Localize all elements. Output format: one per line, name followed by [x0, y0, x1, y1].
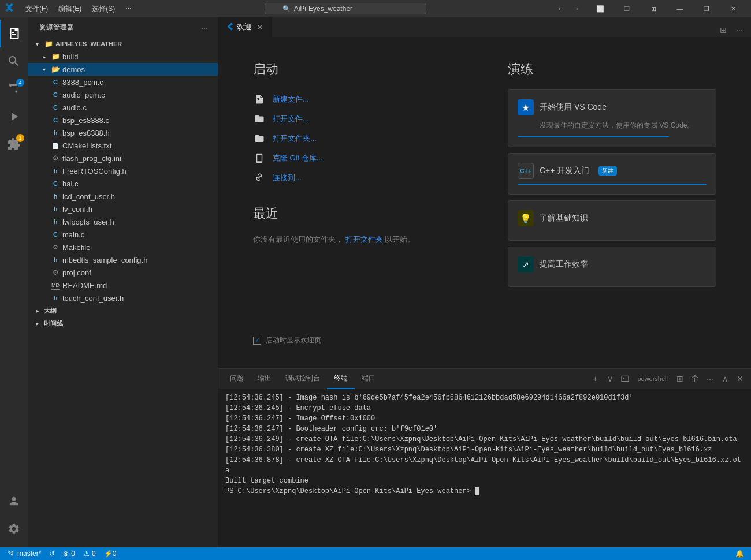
file-touch-h[interactable]: h touch_conf_user.h [28, 292, 218, 304]
file-bsp-es8388-h[interactable]: h bsp_es8388.h [28, 126, 218, 139]
menu-select[interactable]: 选择(S) [87, 3, 120, 15]
file-lv-conf-h[interactable]: h lv_conf.h [28, 203, 218, 215]
file-audio-c[interactable]: C audio.c [28, 101, 218, 114]
status-notification[interactable]: 🔔 [733, 550, 746, 558]
warning-icon: ⚠ [83, 550, 90, 558]
open-folder-link[interactable]: 打开文件夹 [345, 235, 383, 244]
panel-layout-btn[interactable]: ⊞ [640, 0, 667, 17]
action-clone-git[interactable]: 克隆 Git 仓库... [253, 148, 462, 168]
gear-icon: ⚙ [51, 154, 60, 163]
outline-arrow [32, 306, 42, 315]
card-bulb-icon: 💡 [518, 210, 534, 226]
file-lcd-conf-h[interactable]: h lcd_conf_user.h [28, 190, 218, 203]
more-actions-btn[interactable]: ··· [733, 23, 746, 37]
tab-problems[interactable]: 问题 [223, 369, 251, 389]
split-editor-btn[interactable]: ⊞ [716, 23, 730, 37]
status-info[interactable]: ⚡0 [102, 547, 119, 560]
tab-close-btn[interactable]: ✕ [255, 23, 265, 32]
add-terminal-btn[interactable]: + [589, 372, 601, 385]
folder-demos[interactable]: 📂 demos [28, 63, 218, 76]
connect-label: 连接到... [273, 173, 302, 183]
file-flash-cfg[interactable]: ⚙ flash_prog_cfg.ini [28, 152, 218, 165]
activity-account[interactable] [0, 487, 28, 515]
timeline-section[interactable]: 时间线 [28, 317, 218, 330]
show-welcome-checkbox[interactable]: ✓ [253, 337, 261, 345]
activity-source-control[interactable]: 4 [0, 75, 28, 103]
tab-welcome[interactable]: 欢迎 ✕ [218, 17, 272, 37]
folder-build[interactable]: 📁 build [28, 50, 218, 63]
card-header: ↗ 提高工作效率 [518, 256, 707, 272]
status-errors[interactable]: ⊗ 0 [61, 547, 77, 560]
card-productivity[interactable]: ↗ 提高工作效率 [508, 247, 716, 287]
panel-close-btn[interactable]: ✕ [734, 372, 746, 385]
search-box-area: 🔍 AiPi-Eyes_weather [140, 3, 550, 14]
maximize-btn[interactable]: ❐ [693, 0, 720, 17]
card-star-icon: ★ [518, 99, 534, 115]
tab-terminal[interactable]: 终端 [327, 369, 355, 389]
kill-terminal-btn[interactable]: 🗑 [689, 372, 701, 385]
terminal-content[interactable]: [12:54:36.245] - Image hash is b'69de5b7… [218, 389, 751, 547]
action-new-file[interactable]: 新建文件... [253, 89, 462, 109]
close-btn[interactable]: ✕ [720, 0, 746, 17]
file-label: CMakeLists.txt [62, 141, 111, 150]
action-open-folder[interactable]: 打开文件夹... [253, 129, 462, 148]
status-right: 🔔 [733, 550, 746, 558]
file-hal-c[interactable]: C hal.c [28, 177, 218, 190]
card-basics[interactable]: 💡 了解基础知识 [508, 200, 716, 241]
card-desc: 发现最佳的自定义方法，使用你的专属 VS Code。 [518, 120, 707, 130]
status-warnings[interactable]: ⚠ 0 [81, 547, 98, 560]
activity-extensions[interactable]: 1 [0, 130, 28, 158]
panel: 问题 输出 调试控制台 终端 端口 + ∨ powershell ⊞ 🗑 [218, 368, 751, 547]
welcome-right-col: 演练 ★ 开始使用 VS Code 发现最佳的自定义方法，使用你的专属 VS C… [508, 61, 716, 318]
menu-more[interactable]: ··· [121, 3, 136, 15]
layouts-btn[interactable]: ⬜ [587, 0, 614, 17]
file-proj-conf[interactable]: ⚙ proj.conf [28, 266, 218, 279]
menu-edit[interactable]: 编辑(E) [54, 3, 86, 15]
activity-run[interactable] [0, 103, 28, 130]
activity-explorer[interactable] [0, 20, 28, 47]
file-makefile[interactable]: ⚙ Makefile [28, 241, 218, 253]
tab-ports[interactable]: 端口 [355, 369, 382, 389]
file-freertos-h[interactable]: h FreeRTOSConfig.h [28, 165, 218, 177]
card-cpp[interactable]: C++ C++ 开发入门 新建 [508, 153, 716, 195]
nav-forward[interactable]: → [570, 2, 582, 15]
file-tree: 📁 AIPI-EYES_WEATHER 📁 build 📂 demos C 83… [28, 38, 218, 547]
nav-back[interactable]: ← [555, 2, 567, 15]
status-branch[interactable]: master* [5, 547, 43, 560]
outline-section[interactable]: 大纲 [28, 304, 218, 317]
build-folder-icon: 📁 [51, 52, 60, 61]
more-panel-actions-btn[interactable]: ··· [704, 372, 716, 385]
file-audio-pcm-c[interactable]: C audio_pcm.c [28, 88, 218, 101]
tab-debug-console[interactable]: 调试控制台 [278, 369, 327, 389]
split-terminal-btn[interactable]: ⊞ [674, 372, 686, 385]
activity-settings[interactable] [0, 515, 28, 543]
c-icon: C [51, 115, 60, 125]
open-file-label: 打开文件... [273, 114, 309, 124]
sidebar-more-btn[interactable]: ··· [198, 21, 211, 34]
action-connect[interactable]: 连接到... [253, 168, 462, 188]
file-8388-pcm-c[interactable]: C 8388_pcm.c [28, 76, 218, 88]
split-btn[interactable]: ❐ [614, 0, 640, 17]
minimize-btn[interactable]: — [667, 0, 693, 17]
search-box[interactable]: 🔍 AiPi-Eyes_weather [265, 3, 426, 14]
file-main-c[interactable]: C main.c [28, 228, 218, 241]
panel-maximize-btn[interactable]: ∧ [719, 372, 731, 385]
card-title: 了解基础知识 [540, 213, 588, 223]
terminal-dropdown-btn[interactable]: ∨ [604, 372, 616, 385]
tab-output[interactable]: 输出 [251, 369, 278, 389]
source-control-badge: 4 [16, 79, 24, 87]
file-bsp-es8388-c[interactable]: C bsp_es8388.c [28, 114, 218, 126]
new-file-icon [253, 93, 266, 106]
menu-file[interactable]: 文件(F) [21, 3, 53, 15]
terminal-line-1: [12:54:36.245] - Image hash is b'69de5b7… [225, 393, 744, 403]
root-folder[interactable]: 📁 AIPI-EYES_WEATHER [28, 38, 218, 50]
sidebar-title: 资源管理器 [39, 23, 73, 32]
file-readme[interactable]: MD README.md [28, 279, 218, 292]
action-open-file[interactable]: 打开文件... [253, 109, 462, 129]
status-sync[interactable]: ↺ [47, 547, 57, 560]
activity-search[interactable] [0, 47, 28, 75]
file-mbedtls-h[interactable]: h mbedtls_sample_config.h [28, 253, 218, 266]
file-lwipopts-h[interactable]: h lwipopts_user.h [28, 215, 218, 228]
file-cmakelists[interactable]: 📄 CMakeLists.txt [28, 139, 218, 152]
card-get-started[interactable]: ★ 开始使用 VS Code 发现最佳的自定义方法，使用你的专属 VS Code… [508, 89, 716, 147]
